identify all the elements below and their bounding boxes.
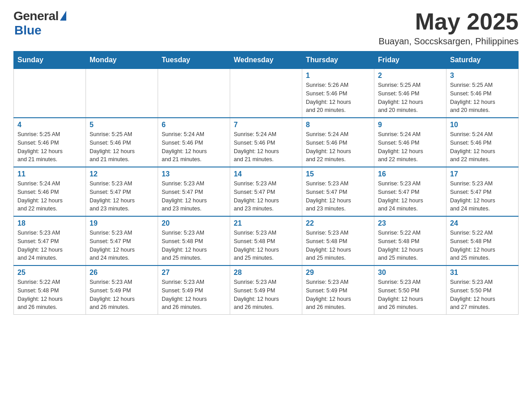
calendar-day-cell: 23Sunrise: 5:22 AM Sunset: 5:48 PM Dayli… <box>374 216 446 265</box>
calendar-day-cell: 9Sunrise: 5:24 AM Sunset: 5:46 PM Daylig… <box>374 118 446 167</box>
calendar-day-cell: 21Sunrise: 5:23 AM Sunset: 5:48 PM Dayli… <box>230 216 302 265</box>
day-info: Sunrise: 5:22 AM Sunset: 5:48 PM Dayligh… <box>450 229 515 262</box>
page-header: General Blue May 2025 Buayan, Soccsksarg… <box>13 9 519 47</box>
calendar-day-cell: 4Sunrise: 5:25 AM Sunset: 5:46 PM Daylig… <box>14 118 86 167</box>
logo-general-text: General <box>13 9 59 23</box>
day-info: Sunrise: 5:23 AM Sunset: 5:48 PM Dayligh… <box>234 229 298 262</box>
calendar-week-row: 18Sunrise: 5:23 AM Sunset: 5:47 PM Dayli… <box>14 216 519 265</box>
location-subtitle: Buayan, Soccsksargen, Philippines <box>379 36 519 47</box>
title-section: May 2025 Buayan, Soccsksargen, Philippin… <box>379 9 519 47</box>
calendar-day-cell <box>158 69 230 118</box>
day-info: Sunrise: 5:23 AM Sunset: 5:49 PM Dayligh… <box>162 278 226 312</box>
calendar-table: SundayMondayTuesdayWednesdayThursdayFrid… <box>13 51 519 315</box>
logo-triangle-icon <box>60 11 66 21</box>
day-number: 20 <box>162 219 226 227</box>
day-info: Sunrise: 5:23 AM Sunset: 5:47 PM Dayligh… <box>450 180 515 213</box>
day-number: 11 <box>17 170 82 178</box>
day-info: Sunrise: 5:23 AM Sunset: 5:47 PM Dayligh… <box>90 229 154 262</box>
calendar-day-cell: 20Sunrise: 5:23 AM Sunset: 5:48 PM Dayli… <box>158 216 230 265</box>
calendar-day-cell: 24Sunrise: 5:22 AM Sunset: 5:48 PM Dayli… <box>446 216 519 265</box>
weekday-header-wednesday: Wednesday <box>230 51 302 69</box>
day-number: 12 <box>90 170 154 178</box>
day-number: 31 <box>450 269 515 277</box>
day-info: Sunrise: 5:24 AM Sunset: 5:46 PM Dayligh… <box>450 130 515 164</box>
calendar-day-cell <box>14 69 86 118</box>
day-info: Sunrise: 5:23 AM Sunset: 5:49 PM Dayligh… <box>234 278 298 312</box>
calendar-week-row: 1Sunrise: 5:26 AM Sunset: 5:46 PM Daylig… <box>14 69 519 118</box>
day-number: 21 <box>234 219 298 227</box>
calendar-week-row: 25Sunrise: 5:22 AM Sunset: 5:48 PM Dayli… <box>14 265 519 315</box>
day-number: 13 <box>162 170 226 178</box>
calendar-day-cell: 8Sunrise: 5:24 AM Sunset: 5:46 PM Daylig… <box>302 118 374 167</box>
day-number: 5 <box>90 121 154 129</box>
day-number: 7 <box>234 121 298 129</box>
day-number: 28 <box>234 269 298 277</box>
day-number: 17 <box>450 170 515 178</box>
day-number: 10 <box>450 121 515 129</box>
day-number: 6 <box>162 121 226 129</box>
day-number: 18 <box>17 219 82 227</box>
weekday-header-sunday: Sunday <box>14 51 86 69</box>
day-info: Sunrise: 5:23 AM Sunset: 5:49 PM Dayligh… <box>90 278 154 312</box>
day-number: 9 <box>378 121 442 129</box>
calendar-day-cell: 18Sunrise: 5:23 AM Sunset: 5:47 PM Dayli… <box>14 216 86 265</box>
day-number: 24 <box>450 219 515 227</box>
calendar-day-cell: 5Sunrise: 5:25 AM Sunset: 5:46 PM Daylig… <box>86 118 158 167</box>
calendar-week-row: 4Sunrise: 5:25 AM Sunset: 5:46 PM Daylig… <box>14 118 519 167</box>
day-info: Sunrise: 5:23 AM Sunset: 5:47 PM Dayligh… <box>306 180 370 213</box>
day-number: 3 <box>450 72 515 80</box>
day-number: 26 <box>90 269 154 277</box>
day-info: Sunrise: 5:23 AM Sunset: 5:48 PM Dayligh… <box>306 229 370 262</box>
day-info: Sunrise: 5:22 AM Sunset: 5:48 PM Dayligh… <box>17 278 82 312</box>
day-info: Sunrise: 5:22 AM Sunset: 5:48 PM Dayligh… <box>378 229 442 262</box>
calendar-day-cell: 15Sunrise: 5:23 AM Sunset: 5:47 PM Dayli… <box>302 167 374 216</box>
day-info: Sunrise: 5:25 AM Sunset: 5:46 PM Dayligh… <box>378 81 442 115</box>
day-number: 4 <box>17 121 82 129</box>
calendar-day-cell: 1Sunrise: 5:26 AM Sunset: 5:46 PM Daylig… <box>302 69 374 118</box>
day-number: 25 <box>17 269 82 277</box>
month-year-title: May 2025 <box>379 9 519 34</box>
day-info: Sunrise: 5:23 AM Sunset: 5:50 PM Dayligh… <box>450 278 515 312</box>
calendar-day-cell: 27Sunrise: 5:23 AM Sunset: 5:49 PM Dayli… <box>158 265 230 315</box>
calendar-day-cell: 14Sunrise: 5:23 AM Sunset: 5:47 PM Dayli… <box>230 167 302 216</box>
day-number: 27 <box>162 269 226 277</box>
day-info: Sunrise: 5:24 AM Sunset: 5:46 PM Dayligh… <box>17 180 82 213</box>
calendar-day-cell <box>230 69 302 118</box>
logo: General Blue <box>13 9 66 38</box>
day-info: Sunrise: 5:23 AM Sunset: 5:47 PM Dayligh… <box>162 180 226 213</box>
calendar-day-cell: 3Sunrise: 5:25 AM Sunset: 5:46 PM Daylig… <box>446 69 519 118</box>
day-info: Sunrise: 5:25 AM Sunset: 5:46 PM Dayligh… <box>90 130 154 164</box>
day-number: 16 <box>378 170 442 178</box>
calendar-day-cell <box>86 69 158 118</box>
calendar-day-cell: 30Sunrise: 5:23 AM Sunset: 5:50 PM Dayli… <box>374 265 446 315</box>
day-info: Sunrise: 5:23 AM Sunset: 5:47 PM Dayligh… <box>17 229 82 262</box>
day-number: 2 <box>378 72 442 80</box>
day-number: 15 <box>306 170 370 178</box>
calendar-day-cell: 7Sunrise: 5:24 AM Sunset: 5:46 PM Daylig… <box>230 118 302 167</box>
day-info: Sunrise: 5:25 AM Sunset: 5:46 PM Dayligh… <box>17 130 82 164</box>
day-number: 29 <box>306 269 370 277</box>
calendar-week-row: 11Sunrise: 5:24 AM Sunset: 5:46 PM Dayli… <box>14 167 519 216</box>
day-info: Sunrise: 5:23 AM Sunset: 5:49 PM Dayligh… <box>306 278 370 312</box>
calendar-day-cell: 11Sunrise: 5:24 AM Sunset: 5:46 PM Dayli… <box>14 167 86 216</box>
day-number: 8 <box>306 121 370 129</box>
weekday-header-thursday: Thursday <box>302 51 374 69</box>
day-info: Sunrise: 5:26 AM Sunset: 5:46 PM Dayligh… <box>306 81 370 115</box>
calendar-day-cell: 2Sunrise: 5:25 AM Sunset: 5:46 PM Daylig… <box>374 69 446 118</box>
weekday-header-row: SundayMondayTuesdayWednesdayThursdayFrid… <box>14 51 519 69</box>
calendar-day-cell: 19Sunrise: 5:23 AM Sunset: 5:47 PM Dayli… <box>86 216 158 265</box>
calendar-day-cell: 26Sunrise: 5:23 AM Sunset: 5:49 PM Dayli… <box>86 265 158 315</box>
logo-blue-text: Blue <box>14 23 42 38</box>
calendar-day-cell: 12Sunrise: 5:23 AM Sunset: 5:47 PM Dayli… <box>86 167 158 216</box>
day-number: 30 <box>378 269 442 277</box>
calendar-day-cell: 29Sunrise: 5:23 AM Sunset: 5:49 PM Dayli… <box>302 265 374 315</box>
weekday-header-saturday: Saturday <box>446 51 519 69</box>
weekday-header-monday: Monday <box>86 51 158 69</box>
day-info: Sunrise: 5:24 AM Sunset: 5:46 PM Dayligh… <box>378 130 442 164</box>
day-info: Sunrise: 5:25 AM Sunset: 5:46 PM Dayligh… <box>450 81 515 115</box>
day-info: Sunrise: 5:24 AM Sunset: 5:46 PM Dayligh… <box>234 130 298 164</box>
weekday-header-friday: Friday <box>374 51 446 69</box>
day-number: 14 <box>234 170 298 178</box>
calendar-day-cell: 16Sunrise: 5:23 AM Sunset: 5:47 PM Dayli… <box>374 167 446 216</box>
day-number: 22 <box>306 219 370 227</box>
